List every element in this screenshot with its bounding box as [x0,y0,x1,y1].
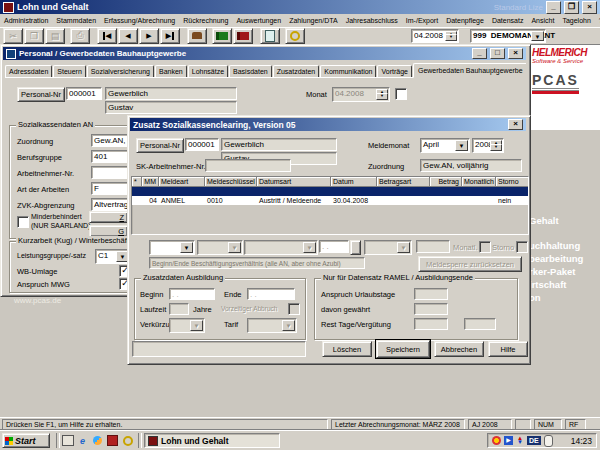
menu-item[interactable]: ? [595,15,600,26]
chevron-down-icon[interactable]: ▼ [531,31,544,41]
meldejahr-spinner[interactable]: 2008 ▲ ▼ [472,138,504,153]
mouse-icon[interactable] [544,435,553,447]
language-indicator[interactable]: DE [527,436,541,445]
menu-item[interactable]: Zahlungen/DTA [285,15,342,26]
wb-umlage-label: WB-Umlage [17,267,57,276]
cut-icon[interactable]: ✂ [3,28,23,44]
loeschen-button[interactable]: Löschen [322,341,372,357]
datum-field[interactable]: . . [319,240,349,253]
last-record-icon[interactable]: ▶ [160,28,180,44]
menu-item[interactable]: Erfassung/Abrechnung [100,15,179,26]
menu-item[interactable]: Stammdaten [52,15,100,26]
table-header-cell[interactable]: Meldeart [159,177,205,187]
table-header-cell[interactable]: Betragsart [377,177,430,187]
prev-record-icon[interactable]: ◀ [118,28,138,44]
menu-item[interactable]: Ansicht [527,15,558,26]
personalnr-button[interactable]: Personal-Nr [17,87,65,102]
print-icon[interactable]: ⎙ [70,28,90,44]
speichern-button[interactable]: Speichern [376,340,430,358]
chevron-down-icon: ▼ [228,242,241,253]
table-header-cell[interactable]: Meldeschlüssel [205,177,257,187]
monat-value: 04.2008 [333,89,366,98]
minimize-icon[interactable]: _ [546,1,561,14]
player-icon[interactable]: ▶ [504,436,513,445]
hidden-button-z[interactable]: Z [89,211,128,223]
copy-icon[interactable]: ❐ [24,28,44,44]
leistungsgruppe-combobox[interactable]: C1 ▼ [95,249,131,264]
updown-icon[interactable]: ▲▼ [516,436,524,445]
branding-panel: HELMERICH Software & Service PCAS [529,45,600,130]
meldesperre-button: Meldesperre zurücksetzen [418,256,522,272]
menu-item[interactable]: Im-/Export [402,15,442,26]
menu-item[interactable]: Rückrechnung [179,15,232,26]
menu-item[interactable]: Datenpflege [442,15,488,26]
chevron-down-icon[interactable]: ▼ [455,140,468,151]
close-icon[interactable]: × [508,48,523,59]
red-book-icon[interactable] [233,28,253,44]
dialog-personalnr-field[interactable]: 000001 [185,138,219,151]
table-header-cell[interactable]: Datumsart [257,177,331,187]
menu-item[interactable]: Datensatz [488,15,528,26]
sozialkassenclearing-dialog: Zusatz Sozialkassenclearing, Version 05 … [127,115,531,365]
period-spinner[interactable]: 04.2008 ▲ ▼ [411,29,459,43]
verkuerzung-combobox: ▼ [169,318,205,333]
windows-media-icon[interactable] [91,434,104,447]
key-icon[interactable] [285,28,305,44]
restore-icon[interactable]: ❐ [564,1,579,14]
mandant-combobox[interactable]: 999 DEMOMANDANT ▼ [470,29,546,43]
spin-down-icon[interactable]: ▼ [445,34,457,41]
first-record-icon[interactable]: ◀ [97,28,117,44]
scheduler-icon[interactable] [492,436,501,445]
laufzeit-field[interactable] [169,303,189,315]
menu-item[interactable]: Tagelohn [558,15,594,26]
datum-picker-button[interactable] [350,240,361,255]
mm-combobox[interactable]: ▼ [149,240,195,255]
ende-field[interactable]: . . [247,288,295,300]
table-header-cell[interactable]: Datum [331,177,377,187]
menu-item[interactable]: Administration [0,15,52,26]
behindert-checkbox[interactable] [17,216,29,228]
task-button[interactable]: Lohn und Gehalt [144,433,280,448]
minimize-icon[interactable]: _ [472,48,487,59]
show-desktop-icon[interactable] [61,434,74,447]
beginn-field[interactable]: . . [169,288,215,300]
dialog-personalnr-button[interactable]: Personal-Nr [136,138,184,153]
key-icon[interactable] [121,434,134,447]
hilfe-button[interactable]: Hilfe [488,341,528,357]
stamp-icon[interactable] [187,28,207,44]
dialog-titlebar[interactable]: Zusatz Sozialkassenclearing, Version 05 … [130,118,526,131]
chevron-down-icon[interactable]: ▼ [180,242,193,253]
abbrechen-button[interactable]: Abbrechen [434,341,484,357]
zuordnung-label: Zuordnung [17,137,53,146]
table-header-cell[interactable]: Monatlich [462,177,496,187]
meldemonat-combobox[interactable]: April ▼ [420,138,470,153]
close-icon[interactable]: × [508,119,523,130]
next-record-icon[interactable]: ▶ [139,28,159,44]
internet-explorer-icon[interactable]: e [76,434,89,447]
start-button[interactable]: Start [2,433,50,448]
table-header-cell[interactable]: * [132,177,142,187]
tab[interactable]: Gewerbedaten Bauhauptgewerbe [413,63,526,78]
menu-item[interactable]: Jahresabschluss [342,15,402,26]
menu-item[interactable]: Auswertungen [232,15,285,26]
spin-down-icon[interactable]: ▼ [490,144,502,151]
table-header-cell[interactable]: Betrag [430,177,462,187]
personal-titlebar[interactable]: Personal / Gewerbedaten Bauhauptgewerbe … [3,47,526,60]
close-icon[interactable]: × [582,1,597,14]
period-value: 04.2008 [412,31,445,40]
app-icon [148,436,158,446]
app-title: Lohn und Gehalt [17,2,89,12]
betrag-field [416,240,450,253]
green-book-icon[interactable] [212,28,232,44]
table-header-cell[interactable]: Storno [496,177,529,187]
table-row[interactable]: 04ANMEL0010Austritt / Meldeende30.04.200… [132,196,528,205]
maximize-icon[interactable]: □ [490,48,505,59]
app-titlebar[interactable]: Lohn und Gehalt Standard Lize _ ❐ × [0,0,600,14]
paste-icon[interactable]: ▤ [45,28,65,44]
monat-checkbox[interactable] [395,88,407,100]
personalnr-field[interactable]: 000001 [66,87,102,100]
door-icon[interactable] [260,28,280,44]
program-icon[interactable] [106,434,119,447]
table-selected-row[interactable] [132,187,528,196]
table-header-cell[interactable]: MM [142,177,159,187]
